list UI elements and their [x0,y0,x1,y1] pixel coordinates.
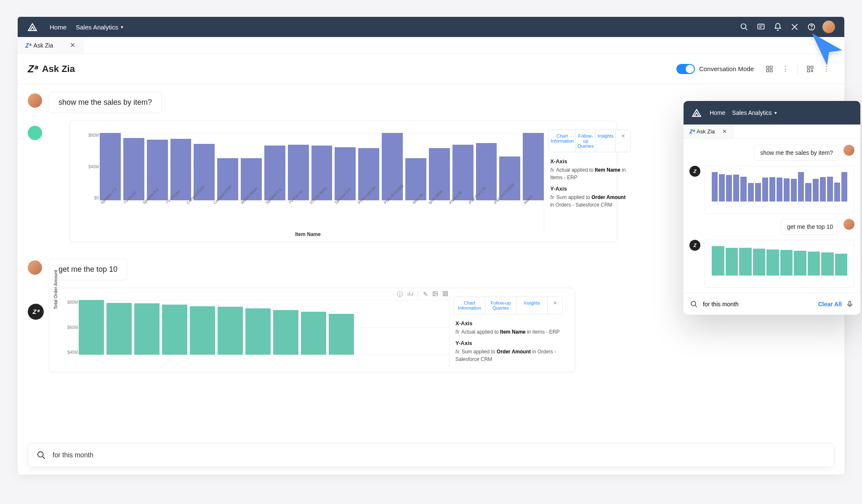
tab-insights[interactable]: Insights [596,130,615,152]
mini-composer-input[interactable] [703,301,818,308]
mini-composer: Clear All [684,293,860,315]
svg-rect-15 [446,292,447,293]
close-tab-icon[interactable]: ✕ [722,128,727,135]
bell-icon[interactable] [772,21,784,33]
chat-icon[interactable] [755,21,767,33]
y-tick: $80M [82,133,99,138]
axis-header: X-Axis [455,320,561,326]
grid-layout-icon[interactable] [765,64,774,74]
mini-user-message: show me the sales by item? [689,145,854,161]
close-panel-icon[interactable]: ✕ [547,297,562,314]
close-tab-icon[interactable]: ✕ [70,41,75,49]
search-icon [37,451,46,460]
tab-ask-zia[interactable]: Zᵃ Ask Zia ✕ [18,37,83,53]
user-avatar [28,260,42,275]
microphone-icon[interactable] [846,300,854,308]
cursor-pointer-icon [808,29,846,67]
mini-tab-label: Ask Zia [697,128,715,135]
y-axis-ticks: $80M $40M $0 [82,133,99,200]
mini-chart-card: ·········· [705,240,854,288]
composer-input[interactable] [53,451,825,459]
mini-bubble: get me the top 10 [781,219,839,235]
svg-rect-1 [758,24,764,29]
tab-followup-queries[interactable]: Follow-up Queries [485,297,516,314]
clear-all-button[interactable]: Clear All [818,301,842,308]
axis-header: X-Axis [550,158,629,164]
svg-point-3 [811,29,812,29]
svg-rect-5 [770,66,772,68]
axis-header: Y-Axis [550,186,629,192]
svg-rect-14 [443,292,445,293]
svg-point-19 [691,301,696,306]
svg-point-0 [741,24,746,29]
zia-logo-icon: Zᵃ [25,42,30,49]
mini-chart-card: ··················· [705,166,854,214]
zia-logo-icon: Zᵃ [689,128,694,135]
svg-rect-4 [766,66,769,68]
mobile-preview-window: Home Sales Analytics ▾ Zᵃ Ask Zia ✕ show… [684,101,860,315]
search-icon[interactable] [738,21,750,33]
mini-user-message: get me the top 10 [689,219,854,235]
zia-logo-icon: Zᵃ [28,63,36,75]
x-axis-labels: Speaker-7.2TV-OLEDSpeaker-5.2TV-CurvedCa… [100,202,534,227]
user-avatar [28,93,42,108]
tools-icon[interactable] [789,21,801,33]
y-tick: $0 [82,196,99,200]
user-message-bubble: get me the top 10 [49,259,127,280]
chart-card: $80M $40M $0 Speaker-7.2TV-OLEDSpeaker-5… [70,121,617,242]
svg-rect-10 [807,69,809,72]
nav-home[interactable]: Home [50,24,67,31]
user-avatar [843,219,854,230]
chart-bars [79,300,449,355]
page-title: Ask Zia [42,64,75,74]
conversation-mode-toggle[interactable] [676,64,695,74]
app-logo-icon [691,107,702,118]
mini-bubble: show me the sales by item? [754,145,839,161]
x-axis-info: X-Axis fx Actual applied to Item Name in… [544,158,635,186]
user-avatar [843,145,854,156]
tab-followup-queries[interactable]: Follow-up Queries [575,130,596,152]
side-panel-tabs: Chart Information Follow-up Queries Insi… [454,297,563,314]
mini-nav-sales[interactable]: Sales Analytics ▾ [732,109,777,116]
zia-avatar: Z [689,240,700,251]
mini-tab-row: Zᵃ Ask Zia ✕ [684,125,860,139]
close-panel-icon[interactable]: ✕ [615,130,631,152]
chevron-down-icon: ▾ [774,110,777,116]
fx-icon: fx [455,329,459,335]
tab-label: Ask Zia [34,42,53,49]
y-axis-ticks: $80M $60M $40M [61,300,78,355]
more-menu-icon[interactable]: ⋮ [781,64,790,74]
mini-nav-home[interactable]: Home [710,109,725,116]
mini-tab-ask-zia[interactable]: Zᵃ Ask Zia ✕ [684,125,733,138]
message-composer [28,443,834,467]
nav-sales-analytics[interactable]: Sales Analytics ▾ [76,24,123,31]
nav-sales-label: Sales Analytics [76,24,118,31]
user-message-bubble: show me the sales by item? [49,92,162,113]
svg-point-13 [434,292,435,293]
zia-avatar: Z [689,166,700,177]
y-tick: $40M [82,164,99,169]
svg-rect-7 [770,69,772,72]
mini-chat-area: show me the sales by item? Z ···········… [684,139,860,288]
x-axis-title: Item Name [82,231,534,237]
tab-insights[interactable]: Insights [516,297,547,314]
tab-row: Zᵃ Ask Zia ✕ [18,37,844,54]
mini-zia-message: Z ··················· [689,166,854,214]
svg-rect-20 [849,301,851,305]
side-panel-tabs: Chart Information Follow-up Queries Insi… [548,130,631,152]
y-tick: $80M [61,300,78,305]
x-axis-info: X-Axis fx Actual applied to Item Name in… [450,320,567,340]
axis-header: Y-Axis [455,340,561,346]
y-axis-info: Y-Axis fx Sum applied to Order Amount in… [544,186,635,213]
conversation-mode-label: Conversation Mode [699,65,754,72]
svg-rect-17 [446,294,447,296]
zia-avatar [28,126,42,140]
chart-area: Total Order Amount $80M $60M $40M [61,297,449,367]
tab-chart-information[interactable]: Chart Information [549,130,575,152]
zia-floating-button[interactable]: Zᵃ [28,304,44,320]
svg-point-11 [811,69,813,72]
y-tick: $60M [61,325,78,330]
chart-side-panel: Chart Information Follow-up Queries Insi… [544,130,635,237]
tab-chart-information[interactable]: Chart Information [454,297,485,314]
mini-nav-sales-label: Sales Analytics [732,109,772,116]
